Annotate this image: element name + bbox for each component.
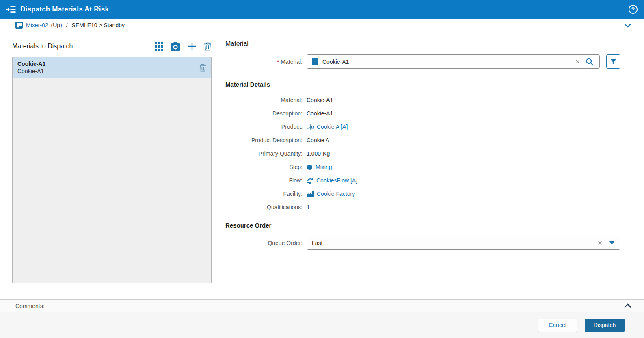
detail-value: 1 <box>307 204 310 210</box>
resource-breadcrumb-bar: Mixer-02 (Up) / SEMI E10 > Standby <box>0 19 644 32</box>
detail-row: Primary Quantity:1,000Kg <box>225 150 620 158</box>
resource-e10-state: SEMI E10 > Standby <box>72 22 125 28</box>
material-lookup-value: Cookie-A1 <box>322 58 349 65</box>
grid-view-icon[interactable] <box>154 42 163 51</box>
list-item-description: Cookie-A1 <box>17 67 45 75</box>
queue-order-select[interactable]: Last × <box>307 236 620 250</box>
dispatch-button[interactable]: Dispatch <box>585 318 625 332</box>
material-form-panel: Material *Material: Cookie-A1 × Material… <box>225 40 620 250</box>
unit-label: Kg <box>323 150 330 157</box>
list-item-name: Cookie-A1 <box>17 60 45 67</box>
detail-row: Material:Cookie-A1 <box>225 96 620 104</box>
queue-order-label: Queue Order: <box>225 240 307 246</box>
detail-value: Cookie Factory <box>307 191 355 197</box>
resource-icon <box>15 22 23 29</box>
step-link[interactable]: Mixing <box>307 164 332 170</box>
detail-value: Mixing <box>307 164 332 170</box>
clear-icon[interactable]: × <box>571 58 584 65</box>
detail-row: Product Description:Cookie A <box>225 136 620 144</box>
detail-label: Product: <box>225 124 307 130</box>
material-field-row: *Material: Cookie-A1 × <box>225 54 620 69</box>
detail-value: 1,000Kg <box>307 150 330 157</box>
facility-link[interactable]: Cookie Factory <box>307 191 355 197</box>
flow-link[interactable]: CookiesFlow [A] <box>307 177 357 184</box>
add-icon[interactable] <box>188 42 197 51</box>
detail-label: Qualifications: <box>225 204 307 210</box>
detail-label: Primary Quantity: <box>225 150 307 157</box>
title-bar: Dispatch Materials At Risk ? <box>0 0 644 19</box>
chevron-down-icon[interactable] <box>624 23 632 28</box>
detail-row: Flow:CookiesFlow [A] <box>225 176 620 184</box>
detail-value: Cookie-A1 <box>307 110 333 117</box>
material-details-rows: Material:Cookie-A1Description:Cookie-A1P… <box>225 96 620 211</box>
caret-down-icon[interactable] <box>606 241 615 245</box>
material-field-label: *Material: <box>225 58 307 65</box>
detail-row: Description:Cookie-A1 <box>225 109 620 117</box>
breadcrumb-separator: / <box>66 22 68 28</box>
detail-label: Facility: <box>225 191 307 197</box>
help-icon[interactable]: ? <box>629 5 638 14</box>
required-marker: * <box>277 58 279 65</box>
material-list-item[interactable]: Cookie-A1Cookie-A1 <box>13 57 211 78</box>
detail-row: Step:Mixing <box>225 163 620 171</box>
queue-order-value: Last <box>312 240 322 246</box>
search-icon[interactable] <box>584 58 595 66</box>
detail-value: Cookie-A1 <box>307 97 333 103</box>
resource-link[interactable]: Mixer-02 <box>26 22 48 28</box>
dispatch-list-icon <box>6 5 16 13</box>
comments-bar[interactable]: Comments: <box>0 299 644 312</box>
detail-value: Cookie A [A] <box>307 124 348 130</box>
detail-label: Material: <box>225 97 307 103</box>
detail-label: Step: <box>225 164 307 170</box>
material-section-heading: Material <box>225 40 620 48</box>
trash-icon[interactable] <box>199 64 206 72</box>
material-swatch-icon <box>312 58 318 65</box>
material-details-heading: Material Details <box>225 81 620 88</box>
flow-icon <box>307 177 313 184</box>
detail-label: Product Description: <box>225 137 307 143</box>
facility-icon <box>307 191 314 197</box>
materials-panel-title: Materials to Dispatch <box>12 43 73 50</box>
detail-row: Qualifications:1 <box>225 203 620 211</box>
detail-row: Facility:Cookie Factory <box>225 190 620 198</box>
camera-icon[interactable] <box>171 42 180 51</box>
queue-order-field-row: Queue Order: Last × <box>225 236 620 250</box>
page-title: Dispatch Materials At Risk <box>20 5 109 13</box>
delete-icon[interactable] <box>204 42 212 51</box>
product-icon <box>307 124 314 130</box>
materials-list: Cookie-A1Cookie-A1 <box>12 57 212 283</box>
materials-panel-header: Materials to Dispatch <box>12 40 212 52</box>
detail-value: CookiesFlow [A] <box>307 177 357 184</box>
filter-button[interactable] <box>606 54 620 69</box>
material-lookup-input[interactable]: Cookie-A1 × <box>307 54 600 69</box>
detail-row: Product:Cookie A [A] <box>225 123 620 131</box>
comments-label: Comments: <box>15 303 45 309</box>
footer-actions: Cancel Dispatch <box>0 312 644 338</box>
detail-value: Cookie A <box>307 137 329 143</box>
step-icon <box>307 164 313 170</box>
detail-label: Description: <box>225 110 307 117</box>
detail-label: Flow: <box>225 177 307 184</box>
cancel-button[interactable]: Cancel <box>538 318 577 332</box>
resource-order-heading: Resource Order <box>225 222 620 229</box>
clear-icon[interactable]: × <box>594 239 606 247</box>
chevron-up-icon[interactable] <box>624 303 632 308</box>
resource-state: (Up) <box>51 22 62 28</box>
materials-toolbar <box>154 42 212 51</box>
product-link[interactable]: Cookie A [A] <box>307 124 348 130</box>
